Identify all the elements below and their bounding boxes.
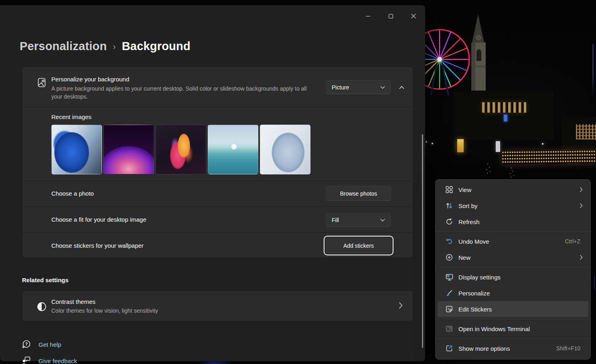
related-settings-heading: Related settings [22,277,69,283]
focus-ring: Add stickers [324,236,393,255]
get-help-label: Get help [39,341,61,348]
menu-item-label: Show more options [458,345,556,352]
terminal-icon [445,325,453,333]
blue-window [504,115,507,121]
menu-item-personalize[interactable]: Personalize [438,285,588,301]
background-type-dropdown[interactable]: Picture [326,80,391,94]
recent-image-lake-sunrise[interactable] [208,125,258,174]
menu-item-refresh[interactable]: Refresh [438,214,588,230]
chevron-right-icon [399,302,403,309]
menu-item-label: Personalize [458,290,583,297]
string-lights [502,151,596,164]
personalize-brush-icon [445,289,453,297]
menu-divider [436,338,590,339]
menu-item-open-windows-terminal[interactable]: Open in Windows Terminal [438,321,588,337]
edge-light [594,276,595,289]
menu-shortcut: Ctrl+Z [565,238,581,245]
lit-windows [482,102,526,113]
menu-shortcut: Shift+F10 [556,345,580,352]
picture-icon [36,77,47,88]
recent-images-list [51,125,310,174]
tree-lights [511,168,512,168]
menu-divider [436,319,590,319]
close-icon [411,14,416,18]
tree-lights [487,164,488,164]
personalize-background-card: Personalize your background A picture ba… [22,67,413,258]
new-plus-icon [445,253,453,261]
recent-image-abstract-ribbons[interactable] [156,125,206,174]
add-stickers-button[interactable]: Add stickers [326,238,391,253]
building-silhouette [453,91,553,140]
menu-item-view[interactable]: View [438,182,588,198]
minimize-icon [366,14,370,18]
church-tower [468,14,489,91]
lamp-pole [426,142,426,156]
recent-image-bloom-blue[interactable] [51,125,102,174]
card-description: A picture background applies to your cur… [51,85,308,101]
lit-sign [496,141,500,152]
menu-item-label: Display settings [458,274,583,281]
lamp-pole [542,144,543,156]
maximize-icon [389,14,393,18]
close-button[interactable] [404,9,423,23]
context-menu: View Sort by Refresh Undo Move Ctrl+Z [435,179,591,360]
choose-stickers-label: Choose stickers for your wallpaper [51,242,144,249]
give-feedback-label: Give feedback [39,358,77,364]
get-help-link[interactable]: ? Get help [21,339,61,350]
recent-image-bloom-light[interactable] [260,125,310,174]
choose-photo-label: Choose a photo [51,190,94,197]
contrast-icon [36,301,47,312]
contrast-themes-item[interactable]: Contrast themes Color themes for low vis… [22,291,413,321]
menu-item-show-more-options[interactable]: Show more options Shift+F10 [438,340,588,356]
contrast-themes-description: Color themes for low vision, light sensi… [51,307,158,314]
lit-sign [457,139,464,152]
refresh-icon [445,218,453,226]
feedback-icon [21,356,31,364]
card-header: Personalize your background A picture ba… [22,67,413,107]
lit-window-grid [576,124,596,140]
scrollbar[interactable] [422,134,423,348]
dropdown-value: Picture [332,84,349,91]
give-feedback-link[interactable]: Give feedback [21,356,77,364]
breadcrumb-chevron-icon: › [113,40,116,52]
menu-item-label: View [458,186,580,193]
breadcrumb-personalization[interactable]: Personalization [20,40,107,53]
menu-divider [436,267,590,267]
display-settings-icon [445,273,453,281]
menu-item-label: New [458,254,580,261]
submenu-chevron-icon [580,255,583,260]
contrast-themes-title: Contrast themes [51,298,95,305]
minimize-button[interactable] [359,9,377,23]
sticker-icon [445,305,453,313]
undo-icon [445,237,453,245]
menu-item-sort-by[interactable]: Sort by [438,198,588,214]
chevron-up-icon [399,86,404,89]
title-bar[interactable] [0,5,425,21]
glow [196,361,234,364]
recent-image-purple-glow[interactable] [103,125,154,174]
maximize-button[interactable] [381,9,400,23]
menu-item-label: Refresh [458,218,583,225]
menu-item-new[interactable]: New [438,249,588,265]
menu-divider [436,231,590,232]
browse-photos-button[interactable]: Browse photos [326,186,391,201]
street-lamp [432,143,433,144]
svg-text:?: ? [25,342,28,346]
recent-images-label: Recent images [51,113,91,120]
menu-item-display-settings[interactable]: Display settings [438,269,588,285]
screen: Personalization › Background Personalize… [0,0,596,364]
edge-light [592,44,594,95]
menu-item-label: Undo Move [458,238,565,245]
menu-item-label: Open in Windows Terminal [458,326,583,332]
menu-item-undo-move[interactable]: Undo Move Ctrl+Z [438,233,588,249]
menu-item-label: Edit Stickers [458,306,583,313]
menu-item-edit-stickers[interactable]: Edit Stickers [438,301,588,317]
page-title: Background [122,40,191,53]
menu-item-label: Sort by [458,202,580,209]
submenu-chevron-icon [580,187,583,192]
settings-window: Personalization › Background Personalize… [0,5,425,361]
fit-dropdown[interactable]: Fill [326,213,391,227]
collapse-expander-button[interactable] [397,83,406,92]
sort-icon [445,202,453,210]
chevron-down-icon [380,218,385,222]
